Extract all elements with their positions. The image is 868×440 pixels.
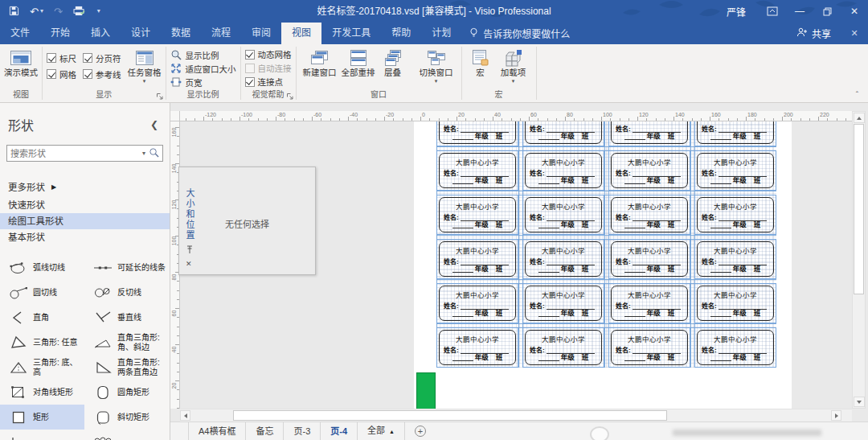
page-tab-A4横有框[interactable]: A4横有框 [188, 422, 246, 440]
tab-帮助[interactable]: 帮助 [381, 23, 421, 44]
name-tag-cell[interactable]: 大鹏中心小学姓名:年级班 [522, 283, 604, 323]
shape-item-三角形: 任意[interactable]: 三角形: 任意 [0, 330, 84, 355]
redo-button[interactable]: ↷ [54, 6, 63, 17]
name-tag-cell[interactable]: 大鹏中心小学姓名:年级班 [522, 239, 604, 279]
tab-插入[interactable]: 插入 [80, 23, 121, 44]
name-tag-cell[interactable]: 大鹏中心小学姓名:年级班 [694, 239, 776, 279]
user-name[interactable]: 严锋 [714, 0, 759, 23]
print-preview-button[interactable] [73, 6, 85, 18]
name-tag-shape[interactable]: 大鹏中心小学姓名:年级班 [697, 330, 774, 365]
name-tag-cell[interactable]: 大鹏中心小学姓名:年级班 [608, 150, 690, 191]
name-tag-shape[interactable]: 大鹏中心小学姓名:年级班 [525, 121, 602, 144]
macros-button[interactable]: 宏 [466, 47, 495, 77]
name-tag-cell[interactable]: 大鹏中心小学姓名:年级班 [522, 121, 604, 146]
tab-开始[interactable]: 开始 [40, 23, 80, 44]
tab-文件[interactable]: 文件 [0, 23, 40, 44]
stencil-category-快速形状[interactable]: 快速形状 [0, 197, 170, 213]
shape-item-矩形[interactable]: 矩形 [0, 405, 84, 430]
vertical-scrollbar[interactable] [852, 111, 866, 409]
page-tab-备忘[interactable]: 备忘 [246, 422, 284, 440]
name-tag-shape[interactable]: 大鹏中心小学姓名:年级班 [611, 121, 688, 144]
undo-button[interactable]: ↶▾ [30, 6, 43, 17]
more-shapes-button[interactable]: 更多形状 ▶ [0, 179, 170, 195]
scroll-left-button[interactable] [180, 410, 190, 421]
minimize-button[interactable]: — [786, 0, 813, 23]
close-ribbon-icon[interactable]: ✕ [841, 23, 868, 44]
page-width-button[interactable]: 页宽 [170, 76, 203, 89]
name-tag-cell[interactable]: 大鹏中心小学姓名:年级班 [608, 121, 690, 146]
page-tab-页-3[interactable]: 页-3 [284, 422, 321, 440]
name-tag-shape[interactable]: 大鹏中心小学姓名:年级班 [525, 153, 602, 188]
name-tag-cell[interactable]: 大鹏中心小学姓名:年级班 [608, 239, 690, 279]
name-tag-cell[interactable]: 大鹏中心小学姓名:年级班 [436, 283, 518, 323]
name-tag-shape[interactable]: 大鹏中心小学姓名:年级班 [525, 241, 602, 277]
name-tag-cell[interactable]: 大鹏中心小学姓名:年级班 [694, 327, 776, 368]
name-tag-shape[interactable]: 大鹏中心小学姓名:年级班 [611, 197, 688, 232]
shape-item-弧线切线[interactable]: 弧线切线 [0, 255, 84, 280]
name-tag-shape[interactable]: 大鹏中心小学姓名:年级班 [697, 241, 774, 277]
shape-search-input[interactable] [10, 149, 139, 158]
name-tag-cell[interactable]: 大鹏中心小学姓名:年级班 [436, 195, 518, 235]
scroll-right-button[interactable] [831, 410, 841, 421]
stencil-category-基本形状[interactable]: 基本形状 [0, 229, 170, 245]
collapse-ribbon-icon[interactable]: ˆ [856, 91, 858, 100]
shape-item-直角[interactable]: 直角 [0, 305, 84, 330]
addins-button[interactable]: 加载项 ▾ [495, 47, 532, 84]
close-icon[interactable]: ✕ [186, 261, 192, 268]
tab-数据[interactable]: 数据 [161, 23, 201, 44]
name-tag-shape[interactable]: 大鹏中心小学姓名:年级班 [439, 241, 516, 277]
name-tag-shape[interactable]: 大鹏中心小学姓名:年级班 [439, 197, 516, 232]
page-tab-页-4[interactable]: 页-4 [321, 422, 358, 440]
horizontal-scrollbar[interactable] [180, 409, 852, 421]
name-tag-cell[interactable]: 大鹏中心小学姓名:年级班 [694, 195, 776, 235]
arrange-all-button[interactable]: 全部重排 [339, 47, 378, 77]
name-tag-cell[interactable]: 大鹏中心小学姓名:年级班 [436, 327, 518, 368]
size-position-panel[interactable]: 大小和位置 无任何选择 ✕ [178, 167, 316, 275]
name-tag-shape[interactable]: 大鹏中心小学姓名:年级班 [611, 241, 688, 277]
name-tag-cell[interactable]: 大鹏中心小学姓名:年级班 [608, 195, 690, 235]
horizontal-scrollbar-thumb[interactable] [233, 410, 667, 421]
shape-item-三角形: 底、高[interactable]: 三角形: 底、高 [0, 355, 84, 380]
name-tag-shape[interactable]: 大鹏中心小学姓名:年级班 [611, 330, 688, 365]
vertical-scrollbar-thumb[interactable] [854, 124, 864, 294]
shape-item[interactable] [0, 430, 84, 440]
grid-checkbox[interactable]: 网格 [47, 66, 76, 82]
name-tag-shape[interactable]: 大鹏中心小学姓名:年级班 [611, 153, 688, 188]
shape-item-直角三角形: 两条直角边[interactable]: 直角三角形: 两条直角边 [84, 355, 169, 380]
name-tag-cell[interactable]: 大鹏中心小学姓名:年级班 [522, 150, 604, 191]
name-tag-cell[interactable]: 大鹏中心小学姓名:年级班 [522, 195, 604, 235]
green-rectangle-shape[interactable] [416, 372, 436, 409]
collapse-panel-icon[interactable]: ❮ [150, 119, 162, 130]
name-tag-cell[interactable]: 大鹏中心小学姓名:年级班 [436, 121, 518, 146]
dialog-launcher-icon[interactable] [286, 92, 295, 101]
name-tag-shape[interactable]: 大鹏中心小学姓名:年级班 [525, 197, 602, 232]
name-tag-shape[interactable]: 大鹏中心小学姓名:年级班 [697, 121, 774, 144]
name-tag-shape[interactable]: 大鹏中心小学姓名:年级班 [697, 197, 774, 232]
tab-设计[interactable]: 设计 [121, 23, 161, 44]
ribbon-display-options-button[interactable] [759, 0, 786, 23]
task-panes-button[interactable]: 任务窗格 ▾ [128, 47, 162, 84]
close-button[interactable]: ✕ [841, 0, 868, 23]
dynamic-grid-checkbox[interactable]: 动态网格 [245, 47, 292, 61]
name-tag-shape[interactable]: 大鹏中心小学姓名:年级班 [439, 121, 516, 144]
save-button[interactable] [9, 6, 19, 18]
name-tag-cell[interactable]: 大鹏中心小学姓名:年级班 [694, 150, 776, 191]
cascade-button[interactable]: 层叠 [378, 47, 408, 77]
name-tag-cell[interactable]: 大鹏中心小学姓名:年级班 [522, 327, 604, 368]
pin-icon[interactable] [186, 245, 194, 253]
name-tag-cell[interactable]: 大鹏中心小学姓名:年级班 [608, 283, 690, 323]
presentation-mode-button[interactable]: 演示模式 [4, 47, 38, 77]
name-tag-cell[interactable]: 大鹏中心小学姓名:年级班 [608, 327, 690, 368]
name-tag-cell[interactable]: 大鹏中心小学姓名:年级班 [436, 239, 518, 279]
add-page-button[interactable]: + [415, 426, 426, 437]
shape-item-对角线矩形[interactable]: 对角线矩形 [0, 380, 84, 405]
shape-item-圆角矩形[interactable]: 圆角矩形 [84, 380, 169, 405]
shape-item[interactable] [84, 430, 169, 440]
name-tag-shape[interactable]: 大鹏中心小学姓名:年级班 [439, 330, 516, 365]
tab-计划[interactable]: 计划 [421, 23, 461, 44]
name-tag-shape[interactable]: 大鹏中心小学姓名:年级班 [525, 330, 602, 365]
shape-item-直角三角形: 角、斜边[interactable]: 直角三角形: 角、斜边 [84, 330, 169, 355]
name-tag-shape[interactable]: 大鹏中心小学姓名:年级班 [525, 286, 602, 321]
scroll-down-button[interactable] [854, 397, 865, 407]
fit-to-window-button[interactable]: 适应窗口大小 [170, 62, 236, 76]
